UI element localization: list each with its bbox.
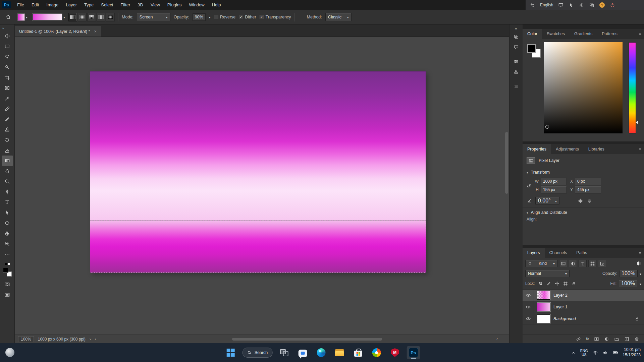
- tab-swatches[interactable]: Swatches: [542, 29, 570, 39]
- x-position-input[interactable]: [575, 178, 601, 185]
- tab-adjustments[interactable]: Adjustments: [551, 144, 584, 154]
- path-selection-tool[interactable]: [2, 207, 13, 218]
- tab-channels[interactable]: Channels: [545, 248, 572, 258]
- photoshop-taskbar-button[interactable]: Ps: [407, 346, 420, 359]
- expand-panels-icon[interactable]: [515, 26, 517, 31]
- tab-paths[interactable]: Paths: [572, 248, 592, 258]
- layer2-visibility-toggle[interactable]: [523, 290, 534, 301]
- filter-toggle-switch[interactable]: [637, 261, 641, 266]
- lasso-tool[interactable]: [2, 52, 13, 62]
- align-section-header[interactable]: Align and Distribute: [523, 207, 644, 216]
- menu-filter[interactable]: Filter: [117, 0, 134, 10]
- mcafee-button[interactable]: M: [388, 346, 401, 359]
- lock-all-button[interactable]: [571, 281, 577, 287]
- hand-tool[interactable]: [2, 228, 13, 239]
- menu-edit[interactable]: Edit: [28, 0, 43, 10]
- tray-chevron-up-icon[interactable]: [571, 350, 576, 355]
- edit-toolbar-button[interactable]: [2, 249, 13, 259]
- language-label[interactable]: English: [540, 3, 553, 7]
- status-expand-icon[interactable]: [90, 337, 91, 341]
- filter-type-layers-button[interactable]: [579, 260, 587, 267]
- clock[interactable]: 10:01 pm 15/1/2023: [623, 347, 641, 358]
- filter-kind-select[interactable]: Kind: [525, 260, 557, 267]
- undo-icon[interactable]: [530, 2, 535, 8]
- edge-button[interactable]: [314, 346, 328, 359]
- hue-slider[interactable]: [629, 42, 636, 133]
- clone-stamp-tool[interactable]: [2, 124, 13, 135]
- delete-layer-button[interactable]: [634, 337, 639, 342]
- width-input[interactable]: [541, 178, 567, 185]
- radial-gradient-button[interactable]: [78, 13, 87, 21]
- opacity-input[interactable]: 90%: [193, 13, 206, 21]
- canvas-pasteboard[interactable]: [15, 37, 509, 335]
- chat-button[interactable]: [296, 346, 309, 359]
- tab-gradients[interactable]: Gradients: [570, 29, 597, 39]
- crop-tool[interactable]: [2, 72, 13, 83]
- dodge-tool[interactable]: [2, 176, 13, 187]
- menu-view[interactable]: View: [147, 0, 164, 10]
- height-input[interactable]: [541, 186, 567, 193]
- lock-pixels-button[interactable]: [546, 281, 552, 287]
- zoom-level[interactable]: 100%: [18, 336, 34, 342]
- filter-pixel-layers-button[interactable]: [559, 260, 567, 267]
- filter-shape-layers-button[interactable]: [588, 260, 596, 267]
- layer-name[interactable]: Layer 1: [553, 305, 568, 309]
- language-indicator[interactable]: ENG US: [580, 349, 588, 357]
- volume-icon[interactable]: [602, 350, 608, 356]
- flip-vertical-icon[interactable]: [587, 198, 592, 204]
- fill-caret-icon[interactable]: [640, 281, 641, 287]
- panel-menu-icon[interactable]: [639, 250, 641, 255]
- flip-horizontal-icon[interactable]: [578, 198, 583, 204]
- new-layer-button[interactable]: [624, 337, 629, 342]
- blend-mode-select[interactable]: Screen: [137, 13, 170, 21]
- horizontal-scroll-thumb[interactable]: [232, 338, 382, 341]
- power-icon[interactable]: [610, 2, 615, 8]
- layer-name[interactable]: Layer 2: [553, 293, 568, 298]
- menu-select[interactable]: Select: [97, 0, 117, 10]
- menu-help[interactable]: Help: [208, 0, 225, 10]
- fill-input[interactable]: 100%: [619, 280, 637, 287]
- layer-name[interactable]: Background: [553, 316, 576, 321]
- hue-slider-handle[interactable]: [636, 121, 638, 124]
- clone-source-panel-button[interactable]: [511, 67, 521, 77]
- ellipse-tool[interactable]: [2, 218, 13, 228]
- color-picker-cursor[interactable]: [545, 125, 549, 129]
- background-visibility-toggle[interactable]: [523, 313, 534, 324]
- canvas-document[interactable]: [90, 71, 426, 273]
- comments-panel-button[interactable]: [511, 42, 521, 52]
- task-view-button[interactable]: [277, 346, 291, 359]
- monitor-icon[interactable]: [558, 2, 564, 8]
- gradient-picker[interactable]: [33, 14, 65, 20]
- gear-icon[interactable]: [579, 2, 584, 8]
- layer1-visibility-toggle[interactable]: [523, 301, 534, 313]
- foreground-color-swatch[interactable]: [3, 268, 8, 273]
- store-button[interactable]: [351, 346, 365, 359]
- tab-close-icon[interactable]: ×: [94, 29, 97, 34]
- toolbar-expand-icon[interactable]: [0, 25, 6, 31]
- zoom-tool[interactable]: [2, 239, 13, 249]
- opacity-caret-icon[interactable]: [209, 15, 211, 19]
- add-layer-mask-button[interactable]: [594, 337, 599, 342]
- new-adjustment-layer-button[interactable]: [604, 337, 609, 342]
- move-tool[interactable]: [2, 31, 13, 41]
- opacity-caret-icon[interactable]: [640, 270, 641, 277]
- reverse-checkbox[interactable]: [214, 15, 218, 19]
- menu-layer[interactable]: Layer: [62, 0, 81, 10]
- diamond-gradient-button[interactable]: [106, 13, 115, 21]
- layer-row-layer1[interactable]: Layer 1: [523, 301, 644, 313]
- file-explorer-button[interactable]: [333, 346, 346, 359]
- windows-arrange-icon[interactable]: [589, 2, 594, 8]
- menu-window[interactable]: Window: [185, 0, 208, 10]
- taskbar-weather-widget[interactable]: [5, 348, 14, 357]
- layer-row-layer2[interactable]: Layer 2: [523, 290, 644, 301]
- menu-type[interactable]: Type: [80, 0, 97, 10]
- new-group-button[interactable]: [614, 337, 619, 342]
- link-layers-button[interactable]: [576, 337, 581, 342]
- document-tab[interactable]: Untitled-1 @ 100% (Layer 2, RGB/8) * ×: [15, 26, 101, 37]
- filter-adjustment-layers-button[interactable]: [569, 260, 577, 267]
- layer2-thumbnail[interactable]: [537, 291, 550, 300]
- tab-layers[interactable]: Layers: [523, 248, 545, 258]
- start-button[interactable]: [224, 346, 237, 359]
- tool-preset-picker[interactable]: [16, 13, 29, 21]
- rectangular-marquee-tool[interactable]: [2, 41, 13, 52]
